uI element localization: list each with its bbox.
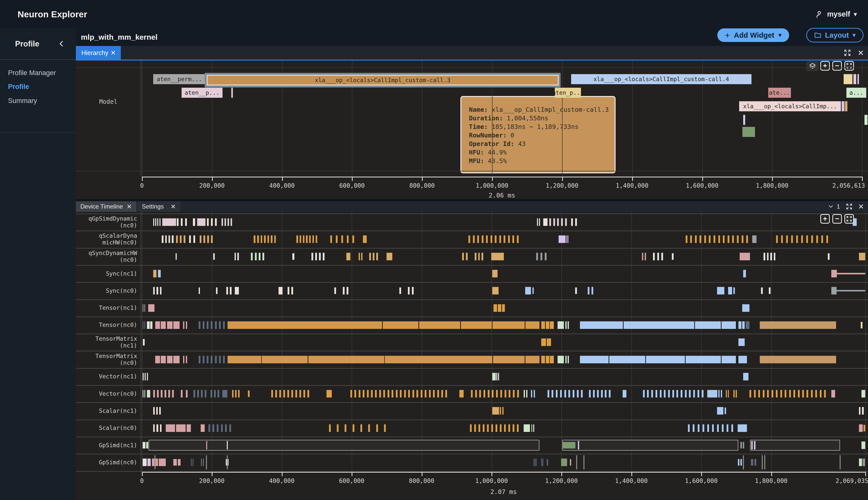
timeline-bar[interactable] xyxy=(219,321,221,329)
timeline-bar[interactable] xyxy=(751,441,753,450)
timeline-bar[interactable] xyxy=(173,356,180,363)
timeline-bar[interactable] xyxy=(159,407,161,414)
timeline-bar[interactable] xyxy=(479,390,481,397)
timeline-bar[interactable] xyxy=(550,356,554,363)
timeline-bar[interactable] xyxy=(223,356,225,363)
timeline-bar[interactable] xyxy=(222,390,227,397)
timeline-bar[interactable] xyxy=(147,373,148,380)
timeline-bar[interactable] xyxy=(864,458,865,466)
timeline-bar[interactable] xyxy=(144,390,146,397)
timeline-bar[interactable] xyxy=(153,390,155,397)
timeline-bar[interactable] xyxy=(267,236,269,243)
timeline-bar[interactable] xyxy=(157,218,158,226)
timeline-bar[interactable] xyxy=(558,356,564,363)
timeline-bar[interactable] xyxy=(215,356,217,363)
timeline-bar[interactable] xyxy=(754,441,755,450)
timeline-bar[interactable] xyxy=(738,459,739,466)
timeline-bar[interactable] xyxy=(143,373,144,380)
timeline-bar[interactable] xyxy=(387,390,389,397)
timeline-bar[interactable] xyxy=(441,390,443,397)
timeline-bar[interactable] xyxy=(199,287,200,294)
timeline-bar[interactable] xyxy=(845,101,847,111)
timeline-bar[interactable] xyxy=(319,253,321,260)
timeline-bar[interactable] xyxy=(539,218,540,226)
timeline-bar[interactable] xyxy=(643,390,645,397)
timeline-bar[interactable] xyxy=(785,390,786,397)
timeline-bar-outlined[interactable] xyxy=(562,440,738,451)
timeline-bar[interactable] xyxy=(740,459,742,466)
timeline-bar[interactable] xyxy=(525,321,540,329)
add-widget-button[interactable]: + Add Widget ▼ xyxy=(717,29,789,42)
timeline-bar[interactable] xyxy=(725,408,726,414)
timeline-bar[interactable] xyxy=(533,424,534,432)
timeline-bar[interactable] xyxy=(287,390,289,397)
timeline-bar[interactable] xyxy=(541,253,542,260)
timeline-bar[interactable] xyxy=(488,390,489,397)
timeline-bar[interactable] xyxy=(561,458,567,466)
timeline-bar[interactable] xyxy=(815,390,817,397)
timeline-bar[interactable]: aten__p... xyxy=(182,88,222,98)
timeline-bar[interactable] xyxy=(498,373,499,380)
timeline-bar[interactable] xyxy=(811,236,813,243)
timeline-bar[interactable] xyxy=(166,424,175,432)
timeline-bar[interactable] xyxy=(492,407,499,414)
timeline-bar[interactable] xyxy=(153,287,155,295)
timeline-bar[interactable] xyxy=(496,390,498,397)
timeline-bar[interactable] xyxy=(229,424,231,432)
timeline-bar[interactable] xyxy=(146,442,148,448)
timeline-marker[interactable] xyxy=(762,455,763,469)
timeline-bar[interactable] xyxy=(363,390,364,397)
timeline-bar[interactable] xyxy=(214,390,216,397)
timeline-bar[interactable] xyxy=(211,321,212,329)
timeline-bar[interactable] xyxy=(568,321,569,329)
timeline-bar[interactable] xyxy=(546,356,549,363)
timeline-bar[interactable] xyxy=(255,253,257,260)
timeline-bar[interactable] xyxy=(360,424,362,432)
timeline-bar[interactable] xyxy=(186,390,188,397)
timeline-bar[interactable] xyxy=(159,458,166,466)
timeline-bar[interactable] xyxy=(161,390,162,397)
timeline-bar[interactable] xyxy=(248,390,250,397)
timeline-bar[interactable]: aten__perm... xyxy=(153,74,206,84)
timeline-bar[interactable] xyxy=(376,424,378,432)
timeline-bar[interactable] xyxy=(580,356,609,363)
timeline-bar[interactable] xyxy=(563,442,575,448)
timeline-bar[interactable] xyxy=(842,101,844,111)
timeline-bar[interactable] xyxy=(738,356,747,363)
timeline-bar[interactable] xyxy=(496,424,497,432)
timeline-bar[interactable] xyxy=(831,390,835,397)
timeline-bar[interactable] xyxy=(186,321,187,329)
timeline-bar[interactable] xyxy=(531,390,532,397)
timeline-bar[interactable] xyxy=(821,236,823,243)
timeline-bar[interactable] xyxy=(718,236,720,243)
timeline-bar[interactable] xyxy=(475,253,476,260)
timeline-bar[interactable] xyxy=(157,287,158,295)
timeline-bar[interactable] xyxy=(826,236,828,243)
timeline-bar[interactable] xyxy=(396,390,397,397)
timeline-bar[interactable] xyxy=(468,236,470,243)
timeline-bar[interactable] xyxy=(204,236,205,243)
timeline-bar[interactable] xyxy=(232,390,234,397)
timeline-bar[interactable] xyxy=(651,390,653,397)
timeline-bar[interactable] xyxy=(200,236,201,243)
timeline-bar[interactable] xyxy=(189,236,191,243)
timeline-bar[interactable] xyxy=(392,390,393,397)
timeline-marker[interactable] xyxy=(576,455,577,469)
timeline-bar[interactable] xyxy=(732,236,734,243)
timeline-bar[interactable] xyxy=(234,253,236,260)
timeline-bar[interactable] xyxy=(499,236,501,243)
timeline-bar[interactable] xyxy=(493,321,525,329)
tab-hierarchy[interactable]: Hierarchy ✕ xyxy=(76,46,121,59)
timeline-bar[interactable] xyxy=(543,218,547,226)
timeline-bar[interactable] xyxy=(672,390,674,397)
timeline-bar[interactable] xyxy=(789,390,791,397)
timeline-bar[interactable] xyxy=(577,390,579,397)
timeline-bar[interactable] xyxy=(494,304,497,312)
timeline-bar[interactable] xyxy=(181,218,183,226)
timeline-bar[interactable] xyxy=(776,236,778,243)
timeline-bar[interactable] xyxy=(534,458,535,466)
timeline-bar[interactable] xyxy=(690,236,692,243)
timeline-bar[interactable] xyxy=(492,270,498,277)
timeline-bar[interactable] xyxy=(143,390,144,397)
timeline-bar[interactable] xyxy=(844,74,853,84)
